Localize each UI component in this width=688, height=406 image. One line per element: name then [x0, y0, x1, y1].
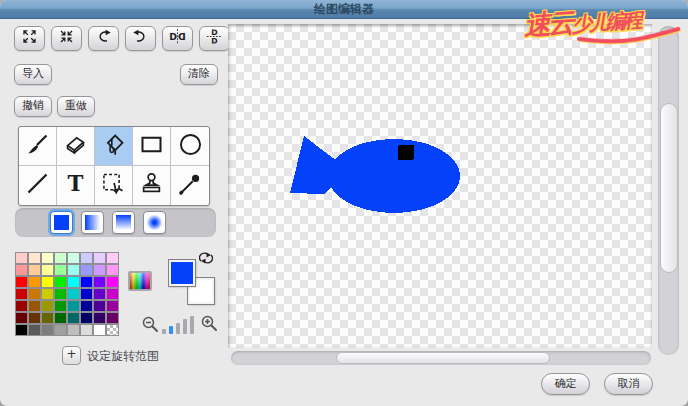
drawing-canvas[interactable]: [228, 24, 652, 348]
palette-swatch[interactable]: [28, 324, 41, 336]
set-rotation-center-button[interactable]: +: [62, 346, 81, 365]
palette-swatch[interactable]: [106, 276, 119, 288]
vertical-scrollbar-thumb[interactable]: [660, 103, 678, 273]
tool-paintbrush[interactable]: [19, 127, 57, 166]
ok-button[interactable]: 确定: [541, 373, 590, 395]
zoom-level-bar[interactable]: [169, 326, 173, 334]
palette-swatch[interactable]: [93, 312, 106, 324]
tool-text[interactable]: T: [57, 166, 95, 205]
zoom-level-bar[interactable]: [162, 329, 166, 334]
palette-swatch[interactable]: [93, 264, 106, 276]
tool-select[interactable]: [95, 166, 133, 205]
horizontal-scrollbar[interactable]: [231, 351, 651, 365]
palette-swatch[interactable]: [54, 276, 67, 288]
palette-swatch[interactable]: [15, 324, 28, 336]
palette-swatch[interactable]: [80, 264, 93, 276]
palette-swatch[interactable]: [54, 324, 67, 336]
palette-swatch[interactable]: [67, 324, 80, 336]
palette-swatch[interactable]: [80, 252, 93, 264]
rotate-counterclockwise-button[interactable]: [125, 26, 156, 51]
palette-swatch[interactable]: [41, 312, 54, 324]
flip-vertical-button[interactable]: DD: [199, 26, 230, 51]
import-button[interactable]: 导入: [14, 64, 52, 85]
zoom-level-bar[interactable]: [176, 323, 180, 334]
paint-editor-dialog: 绘图编辑器 速云少儿编程 DDDD 导入 清除 撤销 重做 T: [0, 0, 688, 406]
tool-eyedropper[interactable]: [171, 166, 209, 205]
flip-horizontal-button[interactable]: DD: [162, 26, 193, 51]
swap-colors-icon[interactable]: [199, 252, 213, 264]
palette-swatch[interactable]: [28, 252, 41, 264]
palette-swatch[interactable]: [28, 264, 41, 276]
palette-swatch[interactable]: [93, 288, 106, 300]
palette-swatch[interactable]: [106, 312, 119, 324]
palette-swatch[interactable]: [106, 324, 119, 336]
palette-swatch[interactable]: [15, 312, 28, 324]
palette-swatch[interactable]: [93, 276, 106, 288]
palette-swatch[interactable]: [93, 324, 106, 336]
palette-swatch[interactable]: [67, 276, 80, 288]
palette-swatch[interactable]: [15, 252, 28, 264]
palette-swatch[interactable]: [67, 252, 80, 264]
tool-eraser[interactable]: [57, 127, 95, 166]
palette-swatch[interactable]: [80, 288, 93, 300]
palette-swatch[interactable]: [41, 276, 54, 288]
foreground-color-well[interactable]: [169, 260, 195, 286]
palette-swatch[interactable]: [106, 300, 119, 312]
palette-swatch[interactable]: [106, 252, 119, 264]
fill-style-horizontal-gradient[interactable]: [81, 211, 104, 234]
horizontal-scrollbar-thumb[interactable]: [336, 352, 550, 364]
palette-swatch[interactable]: [80, 324, 93, 336]
palette-swatch[interactable]: [54, 288, 67, 300]
palette-swatch[interactable]: [67, 264, 80, 276]
vertical-scrollbar[interactable]: [658, 26, 679, 355]
tool-paint-bucket[interactable]: [95, 127, 133, 166]
palette-swatch[interactable]: [28, 300, 41, 312]
zoom-level-bar[interactable]: [183, 319, 187, 334]
zoom-in-icon[interactable]: [200, 314, 218, 332]
palette-swatch[interactable]: [15, 276, 28, 288]
redo-button[interactable]: 重做: [57, 96, 95, 117]
grow-button[interactable]: [14, 26, 45, 51]
palette-swatch[interactable]: [80, 276, 93, 288]
palette-swatch[interactable]: [106, 288, 119, 300]
fill-style-radial-gradient[interactable]: [143, 211, 166, 234]
shrink-button[interactable]: [51, 26, 82, 51]
rainbow-picker[interactable]: [128, 271, 152, 291]
undo-button[interactable]: 撤销: [14, 96, 52, 117]
rotate-clockwise-button[interactable]: [88, 26, 119, 51]
palette-swatch[interactable]: [28, 276, 41, 288]
palette-swatch[interactable]: [28, 312, 41, 324]
clear-button[interactable]: 清除: [180, 64, 218, 85]
zoom-out-icon[interactable]: [141, 315, 159, 333]
palette-swatch[interactable]: [106, 264, 119, 276]
palette-swatch[interactable]: [15, 300, 28, 312]
cancel-button[interactable]: 取消: [604, 373, 653, 395]
palette-swatch[interactable]: [41, 288, 54, 300]
palette-swatch[interactable]: [41, 252, 54, 264]
palette-swatch[interactable]: [41, 324, 54, 336]
palette-swatch[interactable]: [41, 300, 54, 312]
palette-swatch[interactable]: [93, 300, 106, 312]
palette-swatch[interactable]: [54, 312, 67, 324]
palette-swatch[interactable]: [28, 288, 41, 300]
palette-swatch[interactable]: [54, 252, 67, 264]
tool-rectangle[interactable]: [133, 127, 171, 166]
palette-swatch[interactable]: [93, 252, 106, 264]
tool-line[interactable]: [19, 166, 57, 205]
title-bar[interactable]: 绘图编辑器: [0, 0, 688, 19]
palette-swatch[interactable]: [54, 300, 67, 312]
palette-swatch[interactable]: [15, 264, 28, 276]
palette-swatch[interactable]: [80, 312, 93, 324]
palette-swatch[interactable]: [80, 300, 93, 312]
tool-stamp[interactable]: [133, 166, 171, 205]
fill-style-solid[interactable]: [50, 211, 73, 234]
palette-swatch[interactable]: [54, 264, 67, 276]
palette-swatch[interactable]: [67, 300, 80, 312]
palette-swatch[interactable]: [41, 264, 54, 276]
palette-swatch[interactable]: [67, 312, 80, 324]
palette-swatch[interactable]: [67, 288, 80, 300]
fill-style-vertical-gradient[interactable]: [112, 211, 135, 234]
tool-ellipse[interactable]: [171, 127, 209, 166]
palette-swatch[interactable]: [15, 288, 28, 300]
zoom-level-bar[interactable]: [190, 316, 194, 334]
